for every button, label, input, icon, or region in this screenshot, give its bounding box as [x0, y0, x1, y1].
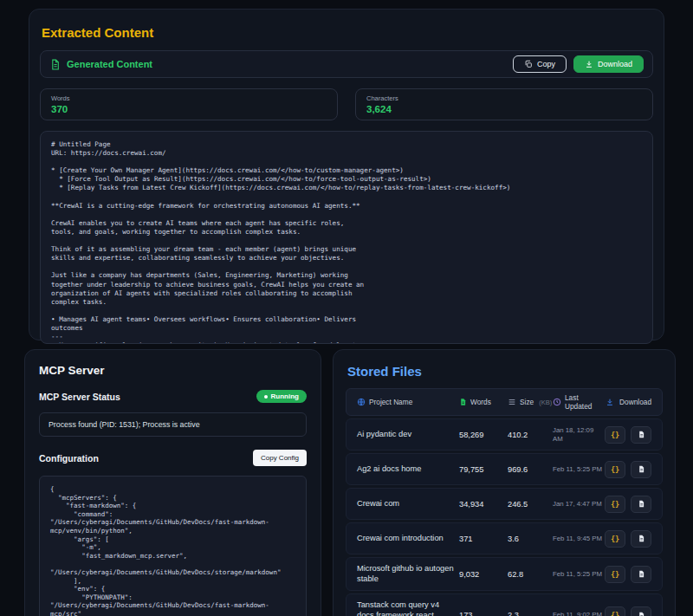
download-button[interactable]: Download: [573, 55, 644, 73]
json-braces-icon: {}: [611, 431, 619, 439]
table-row: Ai pydantic dev 58,269 410.2 Jan 18, 12:…: [346, 418, 663, 451]
configuration-heading: Configuration: [39, 453, 99, 464]
mcp-status-heading: MCP Server Status: [39, 392, 120, 402]
json-braces-icon: {}: [611, 465, 619, 474]
download-markdown-button[interactable]: [631, 606, 651, 616]
clock-icon: [553, 398, 561, 406]
column-words: Words: [470, 398, 491, 406]
file-words: 173: [459, 611, 508, 616]
json-braces-icon: {}: [611, 500, 619, 509]
column-project-name: Project Name: [369, 398, 412, 406]
download-icon: [585, 60, 593, 68]
download-json-button[interactable]: {}: [605, 606, 625, 616]
file-updated: Jan 17, 4:47 PM: [553, 500, 605, 509]
download-json-button[interactable]: {}: [605, 530, 625, 548]
file-icon: [638, 499, 645, 509]
file-icon: [638, 464, 645, 474]
download-button-label: Download: [598, 60, 632, 68]
extracted-content-title: Extracted Content: [40, 20, 653, 40]
copy-config-button[interactable]: Copy Config: [253, 450, 307, 466]
file-size: 2.3: [508, 611, 553, 616]
file-icon: [638, 569, 645, 579]
file-words: 371: [459, 535, 508, 543]
download-json-button[interactable]: {}: [605, 426, 625, 444]
mcp-config-json: { "mcpServers": { "fast-markdown": { "co…: [39, 476, 307, 616]
column-download: Download: [619, 398, 651, 406]
file-size: 969.6: [508, 465, 553, 474]
download-json-button[interactable]: {}: [605, 496, 625, 513]
download-json-button[interactable]: {}: [605, 461, 625, 478]
extracted-markdown-content: # Untitled Page URL: https://docs.crewai…: [40, 131, 653, 344]
list-icon: [508, 398, 516, 406]
file-updated: Feb 11, 5:25 PM: [553, 465, 605, 474]
file-text-icon: [459, 398, 467, 406]
download-markdown-button[interactable]: [631, 530, 651, 548]
mcp-server-title: MCP Server: [39, 364, 307, 377]
file-updated: Feb 11, 9:45 PM: [553, 535, 605, 543]
stored-files-title: Stored Files: [346, 362, 663, 379]
file-words: 34,934: [459, 500, 508, 509]
file-name: Ai pydantic dev: [357, 430, 459, 440]
stored-files-panel: Stored Files Project Name: [333, 349, 676, 616]
table-row: Tanstack com query v4 docs framework rea…: [346, 593, 663, 616]
copy-button[interactable]: Copy: [513, 55, 567, 73]
column-size-unit: (KB): [539, 399, 552, 406]
globe-icon: [357, 398, 366, 406]
file-updated: Jan 18, 12:09 AM: [553, 426, 605, 444]
words-stat-label: Words: [51, 94, 327, 102]
file-words: 58,269: [459, 431, 508, 439]
characters-stat-box: Characters 3,624: [355, 88, 653, 120]
file-name: Crewai com introduction: [357, 534, 459, 544]
characters-stat-label: Characters: [366, 94, 642, 102]
file-name: Ag2 ai docs home: [357, 464, 459, 475]
words-stat-box: Words 370: [40, 88, 338, 120]
file-updated: Feb 11, 5:25 PM: [553, 570, 605, 579]
stored-files-table-body: Ai pydantic dev 58,269 410.2 Jan 18, 12:…: [346, 418, 663, 616]
download-json-button[interactable]: {}: [605, 566, 625, 583]
copy-icon: [524, 60, 533, 68]
table-row: Crewai com 34,934 246.5 Jan 17, 4:47 PM …: [346, 488, 663, 520]
extracted-content-panel: Extracted Content Generated Content Copy: [29, 9, 664, 340]
json-braces-icon: {}: [611, 570, 619, 579]
column-last-updated: Last Updated: [565, 393, 605, 411]
stored-files-table-header: Project Name Words: [346, 388, 663, 416]
download-markdown-button[interactable]: [631, 496, 651, 513]
file-icon: [638, 611, 645, 616]
file-name: Crewai com: [357, 499, 459, 509]
document-icon: [49, 59, 61, 70]
running-badge-label: Running: [271, 392, 299, 400]
stored-files-table: Project Name Words: [346, 388, 663, 616]
file-words: 79,755: [459, 465, 508, 474]
file-updated: Feb 11, 9:02 PM: [553, 611, 605, 616]
status-dot-icon: [264, 395, 268, 399]
mcp-status-message: Process found (PID: 1531); Process is ac…: [39, 412, 307, 437]
file-size: 246.5: [508, 500, 553, 509]
words-stat-value: 370: [51, 104, 327, 114]
file-words: 9,032: [459, 570, 508, 579]
file-icon: [638, 534, 645, 543]
file-name: Tanstack com query v4 docs framework rea…: [357, 600, 459, 616]
generated-content-bar: Generated Content Copy Download: [40, 50, 653, 78]
download-markdown-button[interactable]: [631, 566, 651, 583]
running-status-badge: Running: [256, 390, 307, 403]
generated-content-heading: Generated Content: [67, 59, 152, 69]
table-row: Microsoft github io autogen stable 9,032…: [346, 557, 663, 591]
characters-stat-value: 3,624: [366, 104, 642, 114]
download-markdown-button[interactable]: [631, 426, 651, 444]
download-icon: [606, 398, 614, 406]
file-size: 410.2: [508, 431, 553, 439]
table-row: Ag2 ai docs home 79,755 969.6 Feb 11, 5:…: [346, 453, 663, 485]
file-size: 62.8: [508, 570, 553, 579]
file-name: Microsoft github io autogen stable: [357, 564, 459, 584]
json-braces-icon: {}: [611, 611, 619, 616]
file-size: 3.6: [508, 535, 553, 543]
json-braces-icon: {}: [611, 535, 619, 543]
file-icon: [638, 430, 645, 439]
mcp-server-panel: MCP Server MCP Server Status Running Pro…: [24, 349, 321, 616]
copy-button-label: Copy: [537, 60, 555, 68]
table-row: Crewai com introduction 371 3.6 Feb 11, …: [346, 522, 663, 554]
column-size: Size: [520, 398, 534, 406]
download-markdown-button[interactable]: [631, 461, 651, 478]
